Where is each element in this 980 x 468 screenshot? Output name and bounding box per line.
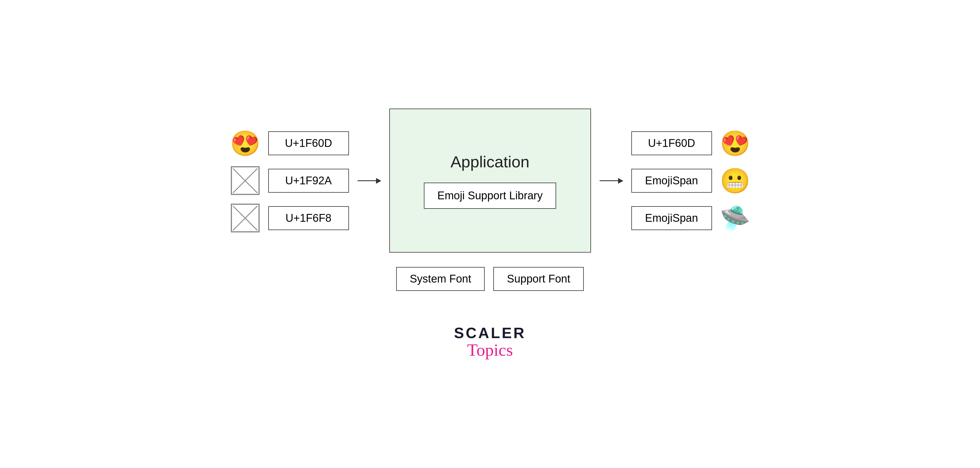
left-inputs: 😍 U+1F60D U+1F92A U+1F6F8 (231, 129, 349, 232)
input-row-3: U+1F6F8 (231, 204, 349, 232)
output-box-3: EmojiSpan (632, 206, 712, 230)
arrow-line-right (600, 180, 623, 181)
top-section: 😍 U+1F60D U+1F92A U+1F6F8 (231, 109, 749, 252)
input-row-1: 😍 U+1F60D (231, 129, 349, 157)
main-container: 😍 U+1F60D U+1F92A U+1F6F8 (0, 0, 980, 468)
topics-label: Topics (467, 340, 513, 359)
arrow-left (358, 180, 381, 181)
output-row-2: EmojiSpan 😬 (632, 166, 749, 195)
system-font-box: System Font (396, 267, 485, 291)
output-row-1: U+1F60D 😍 (632, 129, 749, 157)
output-emoji-display-1: 😍 (720, 131, 750, 155)
emoji-1: 😍 (231, 129, 259, 157)
right-outputs: U+1F60D 😍 EmojiSpan 😬 EmojiSpan � (632, 129, 749, 232)
output-emoji-1: 😍 (721, 129, 749, 157)
application-box: Application Emoji Support Library (389, 109, 591, 252)
output-emoji-display-3: 🛸 (720, 206, 750, 230)
output-emoji-2: 😬 (721, 166, 749, 195)
output-box-1: U+1F60D (632, 131, 712, 155)
output-emoji-display-2: 😬 (720, 168, 750, 193)
code-box-1: U+1F60D (268, 131, 349, 155)
diagram-area: 😍 U+1F60D U+1F92A U+1F6F8 (231, 109, 749, 291)
placeholder-icon-1 (231, 166, 259, 195)
output-emoji-3: 🛸 (721, 204, 749, 232)
arrow-line-left (358, 180, 381, 181)
emoji-display-1: 😍 (230, 131, 261, 155)
branding: SCALER Topics (454, 325, 526, 359)
output-box-2: EmojiSpan (632, 169, 712, 193)
emoji-support-library-box: Emoji Support Library (424, 182, 556, 209)
code-box-3: U+1F6F8 (268, 206, 349, 230)
app-title: Application (451, 152, 530, 171)
code-box-2: U+1F92A (268, 169, 349, 193)
output-row-3: EmojiSpan 🛸 (632, 204, 749, 232)
support-font-box: Support Font (493, 267, 584, 291)
placeholder-icon-2 (231, 204, 259, 232)
input-row-2: U+1F92A (231, 166, 349, 195)
arrow-right (600, 180, 623, 181)
scaler-label: SCALER (454, 325, 526, 340)
bottom-section: System Font Support Font (396, 267, 584, 291)
